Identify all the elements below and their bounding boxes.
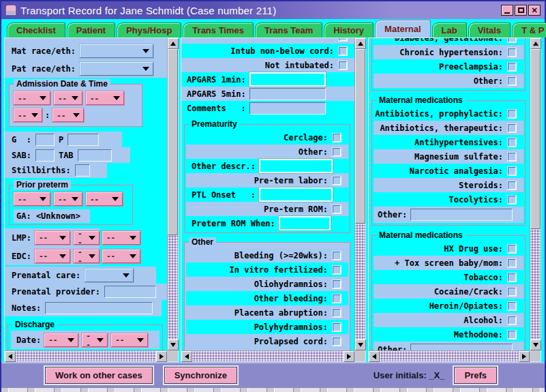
scroll-up-button[interactable]	[530, 38, 541, 49]
sab-field[interactable]	[35, 149, 55, 162]
prior-day-dropdown[interactable]: --	[54, 192, 82, 206]
diabetes-gestational-checkbox[interactable]	[508, 38, 516, 42]
checkbox[interactable]	[339, 38, 347, 41]
admission-minute-dropdown[interactable]: --	[52, 108, 84, 122]
bleeding-checkbox[interactable]	[333, 252, 341, 260]
right-vertical-scrollbar[interactable]	[530, 38, 541, 350]
scroll-up-button[interactable]	[355, 38, 366, 49]
middle-vscroll-thumb[interactable]	[355, 49, 365, 224]
prior-month-dropdown[interactable]: --	[14, 192, 50, 206]
tab-vitals[interactable]: Vitals	[468, 22, 511, 37]
para-field[interactable]	[67, 134, 99, 146]
tocolytics-checkbox[interactable]	[508, 196, 516, 204]
lmp-day-dropdown[interactable]: --	[74, 231, 100, 245]
left-hscroll-track[interactable]	[16, 351, 156, 361]
work-on-other-cases-button[interactable]: Work on other cases	[45, 367, 153, 384]
apgars-5min-field[interactable]	[249, 88, 326, 100]
tox-screen-checkbox[interactable]	[508, 259, 516, 267]
right-vscroll-track[interactable]	[530, 49, 541, 340]
oliohydramnios-checkbox[interactable]	[333, 280, 341, 288]
right-horizontal-scrollbar[interactable]	[369, 350, 530, 361]
apgars-1min-field[interactable]	[249, 72, 326, 87]
heroin-opiates-checkbox[interactable]	[508, 302, 516, 310]
gravida-field[interactable]	[35, 134, 55, 146]
in-vitro-checkbox[interactable]	[333, 266, 341, 274]
middle-vscroll-track[interactable]	[355, 49, 365, 340]
meds1-other-field[interactable]	[410, 209, 513, 221]
tab-checklist[interactable]: Checklist	[7, 22, 65, 37]
intub-checkbox[interactable]	[339, 47, 347, 55]
edc-month-dropdown[interactable]: --	[35, 250, 70, 263]
admission-hour-dropdown[interactable]: --	[14, 108, 42, 122]
polyhydramnios-checkbox[interactable]	[333, 323, 341, 331]
tobacco-checkbox[interactable]	[508, 273, 516, 282]
scroll-down-button[interactable]	[355, 340, 366, 350]
prior-year-dropdown[interactable]: --	[86, 192, 123, 206]
discharge-day-dropdown[interactable]: --	[82, 333, 108, 347]
right-hscroll-track[interactable]	[380, 351, 519, 361]
minimize-button[interactable]	[501, 5, 513, 16]
magnesium-sulfate-checkbox[interactable]	[508, 153, 516, 161]
right-vscroll-thumb[interactable]	[530, 49, 541, 229]
prematurity-other-checkbox[interactable]	[333, 148, 341, 156]
scroll-down-button[interactable]	[530, 340, 541, 350]
discharge-month-dropdown[interactable]: --	[44, 333, 78, 347]
tab-maternal[interactable]: Maternal	[375, 20, 430, 37]
pat-race-dropdown[interactable]	[80, 62, 153, 76]
middle-vertical-scrollbar[interactable]	[354, 38, 365, 350]
steroids-checkbox[interactable]	[508, 181, 516, 190]
prenatal-provider-field[interactable]	[104, 286, 156, 298]
scroll-left-button[interactable]	[181, 351, 192, 362]
edc-day-dropdown[interactable]: --	[74, 250, 100, 263]
prefs-button[interactable]: Prefs	[454, 367, 497, 384]
lmp-month-dropdown[interactable]: --	[35, 231, 70, 245]
not-intubated-checkbox[interactable]	[339, 61, 347, 70]
scroll-right-button[interactable]	[344, 351, 354, 362]
mat-race-dropdown[interactable]	[80, 44, 153, 58]
admission-day-dropdown[interactable]: --	[54, 91, 82, 105]
discharge-year-dropdown[interactable]: --	[111, 333, 148, 347]
chronic-hypertension-checkbox[interactable]	[508, 48, 516, 57]
scroll-up-button[interactable]	[168, 38, 179, 49]
scroll-down-button[interactable]	[168, 340, 179, 350]
scroll-right-button[interactable]	[519, 351, 530, 362]
antihypertensives-checkbox[interactable]	[508, 138, 516, 147]
prolapsed-cord-checkbox[interactable]	[333, 337, 341, 346]
cocaine-crack-checkbox[interactable]	[508, 288, 516, 296]
tab-history[interactable]: History	[324, 22, 374, 37]
tab-lab[interactable]: Lab	[432, 22, 467, 37]
ptl-onset-field[interactable]	[259, 187, 333, 202]
middle-hscroll-track[interactable]	[192, 351, 344, 361]
scroll-right-button[interactable]	[156, 351, 167, 362]
tab-phys-hosp[interactable]: Phys/Hosp	[117, 22, 181, 37]
tab-t-and-p[interactable]: T & P	[512, 22, 546, 37]
notes-field[interactable]	[45, 302, 153, 314]
cerclage-checkbox[interactable]	[333, 134, 341, 142]
methodone-checkbox[interactable]	[508, 331, 516, 339]
prenatal-care-dropdown[interactable]	[85, 269, 134, 282]
lmp-year-dropdown[interactable]: --	[102, 231, 140, 245]
close-button[interactable]: ✕	[528, 5, 541, 16]
preterm-rom-when-field[interactable]	[279, 216, 331, 230]
placenta-abruption-checkbox[interactable]	[333, 309, 341, 317]
admission-year-dropdown[interactable]: --	[86, 91, 124, 105]
edc-year-dropdown[interactable]: --	[102, 250, 140, 263]
left-vscroll-thumb[interactable]	[168, 49, 178, 235]
alcohol-checkbox[interactable]	[508, 316, 516, 325]
maximize-button[interactable]	[515, 5, 527, 16]
other-bleeding-checkbox[interactable]	[333, 295, 341, 303]
middle-horizontal-scrollbar[interactable]	[181, 350, 354, 361]
synchronize-button[interactable]: Synchronize	[164, 367, 237, 384]
complications-other-checkbox[interactable]	[508, 77, 516, 85]
tab-trans-team[interactable]: Trans Team	[255, 22, 322, 37]
admission-month-dropdown[interactable]: --	[14, 91, 50, 105]
preeclampsia-checkbox[interactable]	[508, 63, 516, 71]
stillbirths-field[interactable]	[75, 164, 90, 177]
scroll-left-button[interactable]	[5, 351, 16, 362]
tab-field[interactable]	[78, 149, 112, 162]
preterm-rom-checkbox[interactable]	[333, 205, 341, 213]
hx-drug-use-checkbox[interactable]	[508, 245, 516, 253]
narcotic-analgesia-checkbox[interactable]	[508, 167, 516, 175]
comments-field[interactable]	[249, 102, 326, 115]
left-horizontal-scrollbar[interactable]	[5, 350, 167, 361]
